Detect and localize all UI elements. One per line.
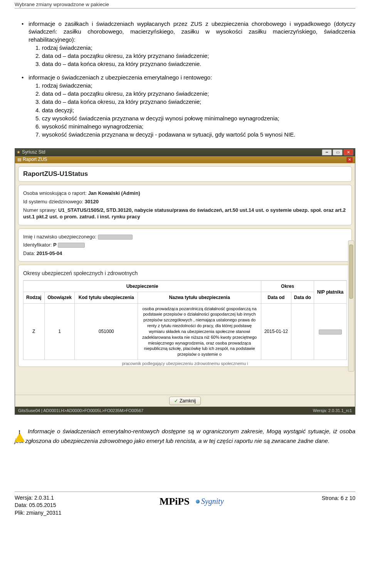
redacted-id: [58, 243, 85, 248]
sygnity-dot-icon: [196, 500, 200, 504]
bullet-1: • informacje o zasiłkach i świadczeniach…: [22, 20, 355, 68]
minimize-button[interactable]: ━: [322, 149, 332, 155]
document-icon: ▤: [17, 157, 21, 162]
report-title: RaportZUS-U1Status: [23, 170, 347, 179]
periods-heading: Okresy ubezpieczeń społecznych i zdrowot…: [23, 270, 347, 277]
tab-bar: ▤ Raport ZUS ✕: [15, 156, 355, 163]
cell-dataod: 2015-01-12: [261, 303, 291, 360]
window-titlebar[interactable]: ★ Syriusz Std ━ ▭ ✕: [15, 149, 355, 156]
note-text: Informacje o świadczeniach emerytalno-re…: [15, 428, 355, 444]
th-data-od: Data od: [261, 292, 291, 303]
status-bar: GitsSuse04 | AD0001LH>AD0000>FO0005L>FO0…: [15, 407, 355, 415]
system-id-value: 30120: [85, 199, 99, 204]
window-title: Syriusz Std: [22, 149, 45, 155]
cell-rodzaj: Z: [24, 303, 45, 360]
person-panel: Imię i nazwisko ubezpieczonego: Identyfi…: [18, 228, 352, 262]
case-number-value: U1_STATUS/1505/2, STD.30120, nabycie sta…: [23, 207, 346, 220]
close-button[interactable]: ✕: [343, 149, 353, 155]
periods-panel: Okresy ubezpieczeń społecznych i zdrowot…: [18, 265, 352, 367]
list-item: 2. data od – data początku okresu, za kt…: [35, 90, 355, 98]
list-item: 4. data decyzji;: [35, 106, 355, 114]
cell-obow: 1: [44, 303, 75, 360]
cell-kod: 051000: [75, 303, 138, 360]
footer-page-number: Strona: 6 z 10: [322, 494, 355, 501]
redacted-name: [98, 235, 133, 240]
footer-left: Wersja: 2.0.31.1 Data: 05.05.2015 Plik: …: [15, 494, 61, 517]
check-icon: ✓: [174, 398, 178, 404]
redacted-nip: [319, 329, 342, 335]
th-data-do: Data do: [291, 292, 314, 303]
app-window: ★ Syriusz Std ━ ▭ ✕ ▤ Raport ZUS ✕ Rapor…: [15, 148, 355, 415]
mpips-logo: MPiPS: [160, 496, 190, 507]
footer-center: MPiPS Sygnity: [160, 496, 224, 507]
footer-file: Plik: zmiany_20311: [15, 509, 61, 517]
close-label: Zamknij: [180, 398, 196, 404]
list-item: 6. wysokość minimalnego wynagrodzenia;: [35, 123, 355, 130]
th-period: Okres: [261, 281, 314, 292]
footer-date: Data: 05.05.2015: [15, 502, 61, 509]
list-item: 1. rodzaj świadczenia;: [35, 44, 355, 52]
header-rule: [15, 8, 355, 8]
status-left: GitsSuse04 | AD0001LH>AD0000>FO0005L>FO0…: [18, 408, 143, 414]
sygnity-text: Sygnity: [201, 497, 224, 506]
page-footer: Wersja: 2.0.31.1 Data: 05.05.2015 Plik: …: [15, 492, 355, 525]
list-item: 2. data od – data początku okresu, za kt…: [35, 52, 355, 60]
requester-label: Osoba wnioskująca o raport:: [23, 190, 87, 196]
system-id-label: Id systemu dziedzinowego:: [23, 199, 83, 204]
list-item: 5. czy wysokość świadczenia przyznana w …: [35, 115, 355, 122]
scrollbar-thumb[interactable]: [349, 245, 353, 299]
cell-datado: [291, 303, 314, 360]
case-number-label: Numer sprawy:: [23, 207, 57, 213]
person-id-prefix: P: [53, 242, 57, 248]
date-label: Data:: [23, 250, 35, 256]
star-icon: ★: [17, 149, 20, 155]
cell-nip: [314, 303, 347, 360]
report-title-panel: RaportZUS-U1Status: [18, 166, 352, 182]
close-report-button[interactable]: ✓ Zamknij: [169, 397, 201, 405]
sygnity-logo: Sygnity: [196, 497, 224, 506]
status-right: Wersja: 2.0.31.1_rc1: [313, 408, 352, 414]
app-body: RaportZUS-U1Status Osoba wnioskująca o r…: [15, 163, 355, 395]
th-rodzaj: Rodzaj: [24, 292, 45, 303]
doc-header: Wybrane zmiany wprowadzone w pakiecie: [15, 0, 355, 8]
bullet-icon: •: [22, 20, 29, 28]
list-item: 3. data do – data końca okresu, za który…: [35, 60, 355, 68]
truncated-row: pracownik podlegający ubezpieczeniu zdro…: [23, 360, 347, 367]
th-kod: Kod tytułu ubezpieczenia: [75, 292, 138, 303]
list-item: 3. data do – data końca okresu, za który…: [35, 98, 355, 106]
bullet-icon: •: [22, 74, 29, 81]
button-bar: ✓ Zamknij: [15, 395, 355, 407]
periods-table: Ubezpieczenie Okres NIP płatnika Rodzaj …: [23, 280, 347, 360]
tab-close-icon[interactable]: ✕: [346, 157, 353, 162]
person-name-label: Imię i nazwisko ubezpieczonego:: [23, 234, 96, 240]
requester-panel: Osoba wnioskująca o raport: Jan Kowalski…: [18, 185, 352, 225]
warning-icon: [15, 426, 25, 436]
bullet-1-intro: informacje o zasiłkach i świadczeniach w…: [29, 20, 355, 44]
list-item: 1. rodzaj świadczenia;: [35, 82, 355, 90]
table-row: Z 1 051000 osoba prowadząca pozarolniczą…: [24, 303, 347, 360]
person-id-label: Identyfikator:: [23, 242, 52, 248]
tab-title[interactable]: Raport ZUS: [23, 156, 47, 162]
bullet-2-intro: informacje o świadczeniach z ubezpieczen…: [29, 74, 355, 81]
cell-nazwa: osoba prowadząca pozarolniczą działalnoś…: [138, 303, 261, 360]
main-content: • informacje o zasiłkach i świadczeniach…: [15, 20, 355, 445]
bullet-2: • informacje o świadczeniach z ubezpiecz…: [22, 74, 355, 139]
date-value: 2015-05-04: [37, 250, 62, 256]
note-block: Informacje o świadczeniach emerytalno-re…: [15, 426, 355, 445]
requester-value: Jan Kowalski (Admin): [88, 190, 140, 196]
th-nip: NIP płatnika: [314, 281, 347, 303]
th-nazwa: Nazwa tytułu ubezpieczenia: [138, 292, 261, 303]
scrollbar[interactable]: [348, 240, 354, 372]
maximize-button[interactable]: ▭: [333, 149, 343, 155]
footer-version: Wersja: 2.0.31.1: [15, 494, 61, 502]
th-insurance: Ubezpieczenie: [24, 281, 261, 292]
list-item: 7. wysokość świadczenia przyznana w decy…: [35, 131, 355, 139]
th-obowiazek: Obowiązek: [44, 292, 75, 303]
